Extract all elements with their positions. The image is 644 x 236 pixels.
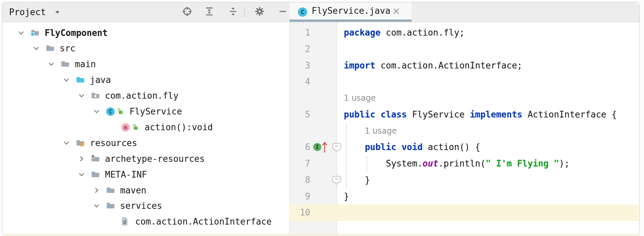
implements-marker-icon[interactable]: I: [313, 143, 322, 151]
code-segment: public: [344, 109, 375, 120]
class-icon: C: [106, 107, 115, 116]
tree-item-flycomponent[interactable]: FlyComponent: [3, 25, 289, 41]
tree-item-services[interactable]: services: [3, 198, 289, 214]
code-segment: }: [344, 191, 349, 201]
collapse-all-icon: [228, 6, 238, 18]
project-view-title: Project: [9, 7, 46, 17]
svg-text:C: C: [109, 108, 112, 115]
code-line[interactable]: [338, 74, 639, 90]
chevron-down-icon[interactable]: [47, 60, 55, 68]
tree-item-main[interactable]: main: [3, 56, 289, 72]
code-line[interactable]: }: [338, 172, 639, 188]
line-number: 4: [289, 74, 310, 90]
code-line[interactable]: System.out.println(" I'm Flying ");: [338, 155, 639, 172]
file-icon: [121, 217, 130, 226]
fold-marker-icon[interactable]: −: [332, 143, 341, 150]
code-segment: import: [344, 60, 375, 70]
window-bottom-edge: [4, 234, 640, 236]
code-line[interactable]: }: [338, 188, 639, 205]
usage-hint[interactable]: 1 usage: [344, 90, 376, 106]
code-segment: [375, 109, 381, 120]
code-segment: action() {: [423, 142, 480, 152]
method-icon: m: [121, 123, 130, 132]
tree-item-label: main: [75, 56, 96, 72]
chevron-down-icon[interactable]: [93, 202, 101, 210]
line-number: 5: [289, 106, 310, 123]
toolbar-separator: [244, 7, 245, 17]
code-segment: out: [423, 158, 438, 169]
tree-item-com-action-fly[interactable]: com.action.fly: [3, 88, 289, 104]
chevron-right-icon[interactable]: [77, 155, 86, 163]
chevron-down-icon[interactable]: [17, 29, 25, 37]
resources-folder-icon: [76, 139, 85, 148]
project-toolwindow-header: Project: [2, 2, 289, 22]
line-number: 10: [289, 204, 310, 221]
tree-item-src[interactable]: src: [3, 41, 289, 56]
chevron-down-icon[interactable]: [62, 139, 70, 147]
settings-button[interactable]: [254, 6, 265, 18]
chevron-down-icon[interactable]: [32, 44, 40, 52]
code-line[interactable]: import com.action.ActionInterface;: [338, 57, 639, 74]
tree-item-action-void[interactable]: maction():void: [3, 120, 289, 135]
line-number: 7: [289, 155, 310, 172]
tree-item-label: java: [90, 72, 111, 88]
code-line[interactable]: package com.action.fly;: [338, 25, 639, 41]
project-view-selector[interactable]: Project: [9, 2, 61, 22]
collapse-all-button[interactable]: [227, 6, 239, 18]
fold-marker-icon[interactable]: −: [332, 176, 341, 183]
code-segment: FlyService: [407, 109, 470, 120]
usage-hint[interactable]: 1 usage: [365, 123, 397, 139]
source-folder-icon: [76, 76, 85, 85]
expand-all-button[interactable]: [204, 6, 215, 18]
line-number: 9: [289, 188, 310, 205]
tree-item-label: services: [120, 198, 162, 214]
close-icon[interactable]: ×: [392, 2, 400, 19]
locate-button[interactable]: [181, 6, 193, 18]
tree-item-label: archetype-resources: [105, 151, 205, 167]
class-icon: C: [298, 7, 308, 18]
tree-item-label: resources: [90, 135, 137, 151]
tree-item-resources[interactable]: resources: [3, 135, 289, 151]
line-number: 2: [289, 41, 310, 57]
line-number: 3: [289, 57, 310, 74]
code-line[interactable]: public class FlyService implements Actio…: [338, 106, 639, 123]
code-editor[interactable]: 1package com.action.fly;23import com.act…: [289, 22, 639, 234]
tab-label: FlyService.java: [312, 2, 390, 19]
hide-button[interactable]: [277, 6, 288, 18]
svg-text:I: I: [316, 144, 319, 150]
code-segment: [396, 142, 402, 152]
tree-item-com-action-actioninterface[interactable]: com.action.ActionInterface: [3, 214, 289, 230]
folder-icon: [106, 186, 115, 195]
chevron-down-icon[interactable]: [77, 171, 86, 179]
code-line[interactable]: [338, 41, 639, 57]
project-tree[interactable]: FlyComponentsrcmainjavacom.action.flyCFl…: [3, 22, 289, 234]
chevron-right-icon[interactable]: [93, 186, 101, 194]
line-number: 8: [289, 172, 310, 188]
code-segment: .println(: [438, 158, 486, 169]
line-number: 6: [289, 139, 310, 155]
svg-text:C: C: [301, 8, 305, 15]
navigate-up-arrow-icon[interactable]: [322, 141, 327, 154]
tree-item-archetype-resources[interactable]: archetype-resources: [3, 151, 289, 167]
code-line[interactable]: [338, 204, 639, 221]
code-segment: implements: [470, 109, 523, 120]
code-segment: ActionInterface {: [522, 109, 617, 120]
tree-item-java[interactable]: java: [3, 72, 289, 88]
chevron-down-icon[interactable]: [77, 92, 86, 100]
line-number: 1: [289, 25, 310, 41]
tab-flyservice-java[interactable]: C FlyService.java ×: [289, 2, 412, 22]
code-segment: com.action.ActionInterface;: [375, 60, 522, 70]
code-line[interactable]: public void action() {: [338, 139, 639, 155]
public-unlock-icon: [117, 108, 123, 114]
tree-item-label: FlyComponent: [45, 25, 108, 41]
code-segment: com.action.fly;: [381, 28, 465, 38]
tree-item-flyservice[interactable]: CFlyService: [3, 104, 289, 120]
chevron-down-icon[interactable]: [93, 107, 101, 115]
code-segment: [344, 142, 365, 152]
chevron-down-icon[interactable]: [62, 76, 70, 84]
tree-item-maven[interactable]: maven: [3, 183, 289, 198]
tree-item-label: com.action.fly: [105, 88, 178, 104]
code-segment: );: [559, 158, 570, 169]
tree-item-meta-inf[interactable]: META-INF: [3, 167, 289, 183]
active-tab-underline: [289, 19, 412, 22]
